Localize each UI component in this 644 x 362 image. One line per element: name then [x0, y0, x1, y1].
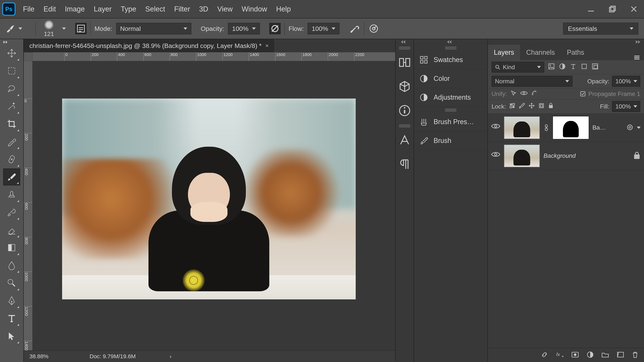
- filter-smart-icon[interactable]: [591, 63, 599, 72]
- smart-filter-icon[interactable]: [627, 124, 633, 131]
- status-more-icon[interactable]: ›: [170, 353, 172, 360]
- window-close-icon[interactable]: [630, 5, 638, 13]
- dock-collapse-icon[interactable]: [396, 39, 414, 45]
- link-layers-icon[interactable]: [541, 351, 548, 359]
- tool-type[interactable]: [3, 310, 20, 327]
- toolbox-expand-icon[interactable]: [0, 40, 23, 44]
- opacity-select[interactable]: 100%: [228, 23, 260, 34]
- tool-path-select[interactable]: [3, 328, 20, 345]
- mask-link-icon[interactable]: [544, 124, 549, 131]
- info-panel-icon[interactable]: [398, 104, 412, 117]
- pressure-opacity-icon[interactable]: [269, 23, 280, 34]
- lock-image-icon[interactable]: [519, 102, 525, 110]
- tab-channels[interactable]: Channels: [520, 45, 561, 60]
- tool-eraser[interactable]: [3, 222, 20, 238]
- menu-help[interactable]: Help: [276, 5, 291, 13]
- lock-all-icon[interactable]: [548, 102, 554, 110]
- unify-visibility-icon[interactable]: [520, 90, 528, 97]
- document-tab[interactable]: christian-ferrer-546458-unsplash.jpg @ 3…: [24, 39, 274, 52]
- panel-grip-icon[interactable]: [445, 108, 456, 112]
- visibility-toggle-icon[interactable]: [491, 123, 500, 132]
- menu-layer[interactable]: Layer: [94, 5, 112, 13]
- tool-brush[interactable]: [3, 168, 20, 185]
- brush-presets-panel-button[interactable]: Brush Pres…: [414, 112, 488, 131]
- layer-blend-mode[interactable]: Normal: [492, 76, 572, 87]
- window-minimize-icon[interactable]: [587, 5, 595, 13]
- menu-view[interactable]: View: [217, 5, 232, 13]
- tool-preset[interactable]: [6, 24, 22, 33]
- dock-grip-icon[interactable]: [399, 124, 410, 127]
- menu-filter[interactable]: Filter: [174, 5, 190, 13]
- tool-move[interactable]: [3, 45, 20, 62]
- filter-shape-icon[interactable]: [580, 63, 588, 72]
- delete-layer-icon[interactable]: [632, 351, 638, 359]
- layer-name[interactable]: Ba…: [592, 124, 623, 131]
- menu-type[interactable]: Type: [121, 5, 136, 13]
- layer-lock-icon[interactable]: [633, 151, 640, 160]
- tab-paths[interactable]: Paths: [561, 45, 590, 60]
- menu-file[interactable]: File: [23, 5, 34, 13]
- menu-select[interactable]: Select: [145, 5, 165, 13]
- tool-history-brush[interactable]: [3, 204, 20, 221]
- tool-lasso[interactable]: [3, 80, 20, 97]
- brush-panel-toggle-icon[interactable]: [75, 23, 86, 34]
- tool-eyedropper[interactable]: [3, 133, 20, 150]
- window-restore-icon[interactable]: [608, 5, 616, 13]
- layer-mask-icon[interactable]: [571, 352, 579, 359]
- tool-crop[interactable]: [3, 115, 20, 132]
- menu-3d[interactable]: 3D: [199, 5, 208, 13]
- lock-artboard-icon[interactable]: [538, 102, 545, 110]
- blend-mode-select[interactable]: Normal: [116, 23, 192, 34]
- filter-adjust-icon[interactable]: [558, 63, 566, 72]
- tool-pen[interactable]: [3, 292, 20, 309]
- layer-filter-kind[interactable]: Kind: [492, 62, 544, 73]
- visibility-toggle-icon[interactable]: [491, 151, 500, 160]
- ruler-horizontal[interactable]: 0 200 400 600 800 1000 1200 1400 1600 18…: [32, 52, 395, 61]
- layer-row[interactable]: Ba…: [488, 114, 644, 142]
- tool-clone-stamp[interactable]: [3, 186, 20, 203]
- filter-pixel-icon[interactable]: [548, 63, 555, 72]
- layer-row[interactable]: Background: [488, 142, 644, 170]
- layer-name[interactable]: Background: [544, 152, 629, 159]
- character-panel-icon[interactable]: [398, 133, 412, 147]
- tool-quick-select[interactable]: [3, 98, 20, 115]
- airbrush-icon[interactable]: [349, 23, 360, 34]
- layer-style-icon[interactable]: fx: [556, 352, 564, 359]
- new-group-icon[interactable]: [602, 352, 609, 359]
- tool-gradient[interactable]: [3, 239, 20, 256]
- canvas[interactable]: [32, 61, 395, 350]
- midpanel-collapse-icon[interactable]: [414, 39, 488, 45]
- menu-image[interactable]: Image: [65, 5, 85, 13]
- propagate-frame-toggle[interactable]: Propagate Frame 1: [580, 90, 640, 97]
- document-info[interactable]: Doc: 9.79M/19.6M: [90, 353, 136, 360]
- layer-thumbnail[interactable]: [504, 145, 540, 167]
- lock-position-icon[interactable]: [528, 102, 535, 110]
- brush-panel-button[interactable]: Brush: [414, 131, 488, 150]
- pressure-size-icon[interactable]: [368, 23, 380, 34]
- workspace-select[interactable]: Essentials: [563, 22, 638, 35]
- tool-dodge[interactable]: [3, 275, 20, 292]
- history-panel-icon[interactable]: [398, 56, 412, 69]
- paragraph-panel-icon[interactable]: [398, 158, 412, 171]
- panel-grip-icon[interactable]: [445, 46, 456, 50]
- unify-position-icon[interactable]: [510, 90, 517, 98]
- filter-type-icon[interactable]: [570, 63, 577, 72]
- color-panel-button[interactable]: Color: [414, 69, 488, 88]
- menu-window[interactable]: Window: [242, 5, 267, 13]
- layer-thumbnail[interactable]: [504, 116, 540, 139]
- swatches-panel-button[interactable]: Swatches: [414, 50, 488, 69]
- rightpanel-collapse-icon[interactable]: [488, 39, 644, 45]
- ruler-origin[interactable]: [24, 52, 32, 61]
- unify-style-icon[interactable]: fx: [531, 90, 538, 98]
- layer-mask-thumbnail[interactable]: [553, 116, 589, 139]
- brush-size-picker[interactable]: 121: [40, 20, 66, 37]
- tool-healing-brush[interactable]: [3, 151, 20, 168]
- lock-pixels-icon[interactable]: [509, 103, 515, 110]
- layer-opacity-select[interactable]: 100%: [612, 76, 640, 87]
- image-canvas[interactable]: [62, 98, 356, 299]
- menu-edit[interactable]: Edit: [44, 5, 56, 13]
- panel-menu-icon[interactable]: [630, 55, 644, 60]
- tool-marquee[interactable]: [3, 62, 20, 79]
- ruler-vertical[interactable]: 0 200 400 600 800 1000 1200 1400: [24, 61, 32, 350]
- flow-select[interactable]: 100%: [308, 23, 340, 34]
